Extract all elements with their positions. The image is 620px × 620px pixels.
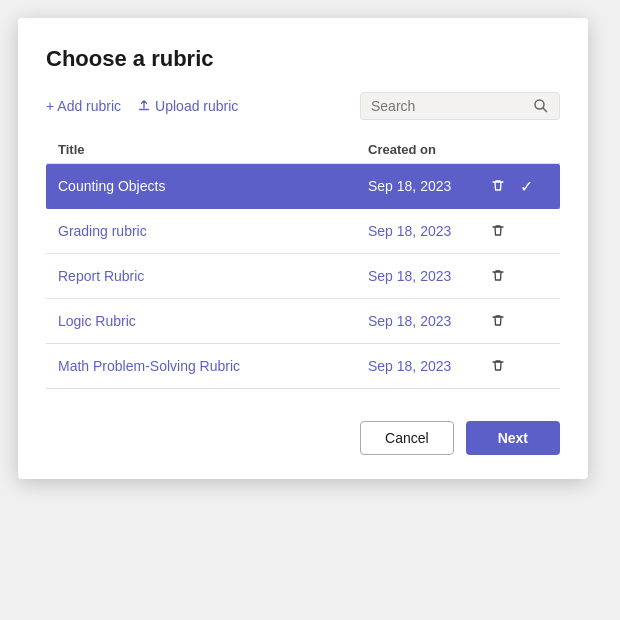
cancel-button[interactable]: Cancel — [360, 421, 454, 455]
trash-icon — [490, 358, 506, 374]
trash-icon — [490, 178, 506, 194]
delete-button[interactable] — [488, 266, 508, 286]
rubric-row[interactable]: Logic Rubric Sep 18, 2023 — [46, 299, 560, 344]
trash-icon — [490, 313, 506, 329]
delete-button[interactable] — [488, 176, 508, 196]
rubric-date: Sep 18, 2023 — [368, 223, 488, 239]
search-icon — [533, 98, 549, 114]
rubric-name: Report Rubric — [58, 268, 368, 284]
rubric-name: Counting Objects — [58, 178, 368, 194]
overlay: Choose a rubric + Add rubric Upload rubr… — [0, 0, 620, 620]
rubric-date: Sep 18, 2023 — [368, 313, 488, 329]
upload-rubric-label: Upload rubric — [155, 98, 238, 114]
rubric-actions — [488, 356, 548, 376]
delete-button[interactable] — [488, 356, 508, 376]
toolbar: + Add rubric Upload rubric — [46, 92, 560, 120]
dialog-footer: Cancel Next — [46, 421, 560, 455]
rubric-actions — [488, 311, 548, 331]
rubric-name: Logic Rubric — [58, 313, 368, 329]
rubric-row[interactable]: Counting Objects Sep 18, 2023 ✓ — [46, 164, 560, 209]
next-button[interactable]: Next — [466, 421, 560, 455]
col-created-header: Created on — [368, 142, 488, 157]
rubric-date: Sep 18, 2023 — [368, 268, 488, 284]
rubric-name: Grading rubric — [58, 223, 368, 239]
upload-icon — [137, 99, 151, 113]
search-box — [360, 92, 560, 120]
delete-button[interactable] — [488, 221, 508, 241]
rubric-row[interactable]: Report Rubric Sep 18, 2023 — [46, 254, 560, 299]
delete-button[interactable] — [488, 311, 508, 331]
rubric-date: Sep 18, 2023 — [368, 178, 488, 194]
table-header: Title Created on — [46, 136, 560, 164]
trash-icon — [490, 223, 506, 239]
rubric-row[interactable]: Math Problem-Solving Rubric Sep 18, 2023 — [46, 344, 560, 389]
selected-check-icon: ✓ — [520, 177, 533, 196]
add-rubric-button[interactable]: + Add rubric — [46, 94, 121, 118]
choose-rubric-dialog: Choose a rubric + Add rubric Upload rubr… — [18, 18, 588, 479]
rubric-name: Math Problem-Solving Rubric — [58, 358, 368, 374]
rubric-date: Sep 18, 2023 — [368, 358, 488, 374]
toolbar-left: + Add rubric Upload rubric — [46, 94, 238, 118]
col-title-header: Title — [58, 142, 368, 157]
rubric-row[interactable]: Grading rubric Sep 18, 2023 — [46, 209, 560, 254]
rubric-actions — [488, 221, 548, 241]
upload-rubric-button[interactable]: Upload rubric — [137, 94, 238, 118]
trash-icon — [490, 268, 506, 284]
dialog-title: Choose a rubric — [46, 46, 560, 72]
rubric-actions — [488, 266, 548, 286]
rubric-actions: ✓ — [488, 176, 548, 196]
search-input[interactable] — [371, 98, 529, 114]
